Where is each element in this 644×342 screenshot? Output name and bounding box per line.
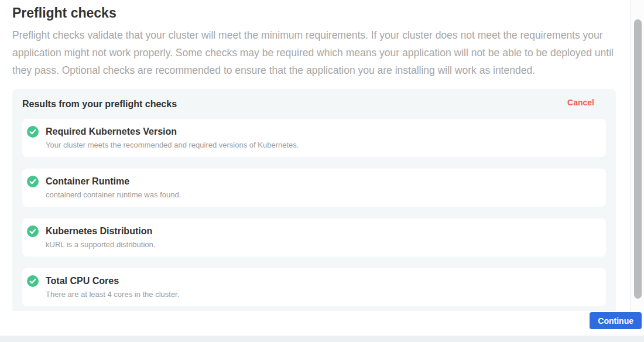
panel-header: Results from your preflight checks Cance… — [22, 98, 606, 110]
check-circle-icon — [27, 275, 39, 287]
page-description: Preflight checks validate that your clus… — [12, 26, 616, 79]
preflight-results-panel: Results from your preflight checks Cance… — [12, 89, 616, 311]
check-message: There are at least 4 cores in the cluste… — [46, 290, 597, 299]
check-body: Required Kubernetes Version Your cluster… — [46, 125, 597, 150]
check-circle-icon — [27, 225, 39, 237]
check-title: Required Kubernetes Version — [46, 126, 597, 138]
scrollbar-thumb[interactable] — [634, 19, 642, 299]
scroll-area: Preflight checks Preflight checks valida… — [0, 0, 631, 311]
check-message: Your cluster meets the recommended and r… — [46, 141, 597, 150]
check-body: Kubernetes Distribution kURL is a suppor… — [46, 225, 597, 249]
continue-button[interactable]: Continue — [590, 312, 642, 329]
panel-title: Results from your preflight checks — [22, 98, 177, 110]
check-result-card: Kubernetes Distribution kURL is a suppor… — [22, 218, 606, 256]
check-body: Total CPU Cores There are at least 4 cor… — [46, 275, 597, 299]
page-title: Preflight checks — [12, 5, 616, 21]
cancel-link[interactable]: Cancel — [567, 98, 594, 107]
preflight-content: Preflight checks Preflight checks valida… — [0, 0, 630, 311]
page-background-strip — [0, 336, 644, 342]
check-message: kURL is a supported distribution. — [46, 240, 597, 249]
check-title: Total CPU Cores — [46, 275, 597, 287]
check-circle-icon — [27, 176, 39, 187]
check-title: Kubernetes Distribution — [46, 225, 597, 237]
check-body: Container Runtime containerd container r… — [46, 175, 597, 200]
check-message: containerd container runtime was found. — [46, 190, 597, 200]
check-result-card: Container Runtime containerd container r… — [22, 169, 606, 207]
check-result-card: Required Kubernetes Version Your cluster… — [22, 119, 606, 157]
check-title: Container Runtime — [46, 176, 597, 187]
footer-bar: Continue — [0, 311, 644, 336]
scrollbar-track[interactable] — [631, 0, 644, 311]
check-result-card: Total CPU Cores There are at least 4 cor… — [22, 268, 606, 306]
check-circle-icon — [27, 126, 39, 138]
check-list: Required Kubernetes Version Your cluster… — [22, 119, 606, 311]
